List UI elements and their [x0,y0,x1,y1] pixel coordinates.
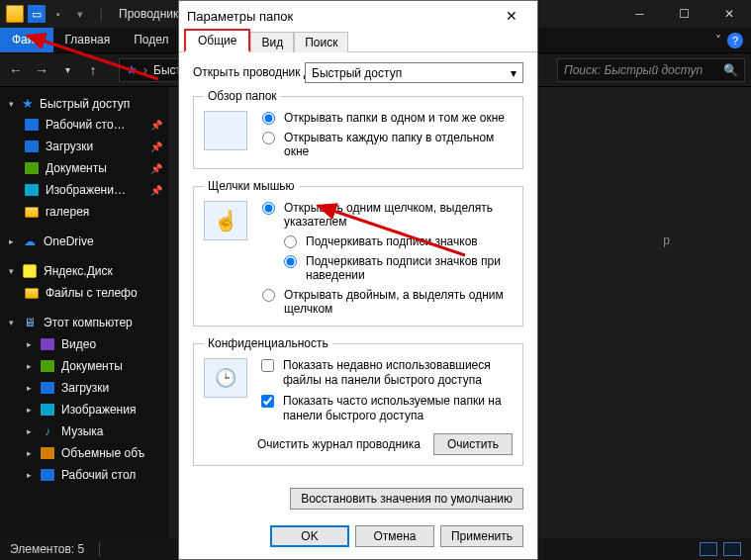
qat-newfolder-icon[interactable]: ▪ [49,5,67,23]
sidebar-item-quickaccess[interactable]: ▾★Быстрый доступ [0,93,168,114]
ribbon-tab-share[interactable]: Подел [122,28,180,52]
pin-icon: 📌 [150,185,162,196]
nav-up-button[interactable]: ↑ [83,60,103,80]
radio-same-window[interactable]: Открывать папки в одном и том же окне [257,111,513,125]
sidebar-item-label: Загрузки [46,140,93,153]
cloud-icon: ☁ [22,233,38,249]
sidebar-item-label: Документы [46,161,107,175]
browse-group: Обзор папок Открывать папки в одном и то… [193,89,523,169]
sidebar-item-pictures[interactable]: Изображени…📌 [0,179,168,201]
sidebar-item-label: Этот компьютер [44,316,133,329]
sidebar-item-music[interactable]: ▸♪Музыка [0,420,168,442]
open-in-label: Открыть проводник для: [193,66,297,80]
sidebar-item-label: Видео [61,337,96,351]
nav-back-button[interactable]: ← [6,60,26,80]
sidebar-item-label: Изображени… [46,183,126,197]
radio-double-click[interactable]: Открывать двойным, а выделять одним щелч… [257,288,513,316]
status-item-count: Элементов: 5 [10,542,84,556]
cancel-button[interactable]: Отмена [355,525,434,547]
click-legend: Щелчки мышью [204,179,299,193]
nav-recent-dropdown[interactable]: ▾ [57,60,77,80]
ribbon-tab-home[interactable]: Главная [53,28,123,52]
radio-underline-always[interactable]: Подчеркивать подписи значков [279,234,513,248]
sidebar-item-label: Быстрый доступ [40,97,130,111]
view-details-icon[interactable] [700,542,717,556]
browse-legend: Обзор папок [204,89,281,103]
radio-underline-hover[interactable]: Подчеркивать подписи значков при наведен… [279,254,513,282]
sidebar-item-label: Изображения [61,403,136,417]
sidebar-item-downloads[interactable]: Загрузки📌 [0,136,168,157]
qat-properties-icon[interactable]: ▭ [28,5,46,23]
ribbon-collapse-icon[interactable]: ˅ [715,34,721,47]
pin-icon: 📌 [150,163,162,174]
sidebar-item-label: Рабочий сто… [46,118,126,132]
sidebar-item-gallery[interactable]: галерея [0,201,168,223]
maximize-button[interactable]: ☐ [662,0,706,28]
sidebar: ▾★Быстрый доступ Рабочий сто…📌 Загрузки📌… [0,87,168,538]
folder-options-dialog: Параметры папок ✕ Общие Вид Поиск Открыт… [178,0,538,560]
sidebar-item-label: Файлы с телефо [46,286,138,300]
tab-general[interactable]: Общие [184,29,250,52]
sidebar-item-videos[interactable]: ▸Видео [0,333,168,355]
chevron-down-icon: ▾ [511,66,516,80]
sidebar-item-label: Музыка [61,424,103,438]
apply-button[interactable]: Применить [440,525,523,547]
sidebar-item-pictures2[interactable]: ▸Изображения [0,399,168,420]
check-recent-files[interactable]: Показать недавно использовавшиеся файлы … [257,358,513,388]
sidebar-item-yadisk-files[interactable]: Файлы с телефо [0,282,168,304]
tab-view[interactable]: Вид [250,32,294,52]
sidebar-item-yadisk[interactable]: ▾Яндекс.Диск [0,260,168,282]
dialog-titlebar: Параметры папок ✕ [179,1,537,31]
search-icon[interactable]: 🔍 [723,63,738,77]
window-title: Проводник [119,7,178,21]
privacy-icon: 🕒 [204,358,247,398]
sidebar-item-volumes[interactable]: ▸Объемные объ [0,442,168,464]
sidebar-item-thispc[interactable]: ▾🖥Этот компьютер [0,312,168,333]
close-button[interactable]: ✕ [706,0,751,28]
music-icon: ♪ [40,423,55,439]
privacy-legend: Конфиденциальность [204,336,332,350]
sidebar-item-downloads2[interactable]: ▸Загрузки [0,377,168,399]
search-placeholder: Поиск: Быстрый доступ [564,63,703,77]
open-in-combo[interactable]: Быстрый доступ ▾ [305,62,523,83]
qat-dropdown-icon[interactable]: ▾ [71,5,89,23]
clear-button[interactable]: Очистить [433,433,513,455]
check-frequent-folders[interactable]: Показать часто используемые папки на пан… [257,394,513,423]
radio-single-click[interactable]: Открывать одним щелчком, выделять указат… [257,201,513,229]
radio-label: Открывать одним щелчком, выделять указат… [284,201,513,229]
sidebar-item-label: галерея [46,205,89,219]
minimize-button[interactable]: ─ [617,0,662,28]
browse-icon [204,111,247,150]
tab-search[interactable]: Поиск [294,32,348,52]
sidebar-item-documents2[interactable]: ▸Документы [0,355,168,377]
sidebar-item-desktop2[interactable]: ▸Рабочий стол [0,464,168,486]
radio-label: Подчеркивать подписи значков при наведен… [306,254,513,282]
stray-column-label: р [663,233,670,247]
help-icon[interactable]: ? [727,33,743,48]
explorer-icon [6,5,24,23]
sidebar-item-desktop[interactable]: Рабочий сто…📌 [0,114,168,136]
check-label: Показать часто используемые папки на пан… [283,394,513,423]
sidebar-item-label: Загрузки [61,381,109,395]
search-input[interactable]: Поиск: Быстрый доступ 🔍 [557,58,745,82]
restore-defaults-button[interactable]: Восстановить значения по умолчанию [290,488,523,510]
radio-new-window[interactable]: Открывать каждую папку в отдельном окне [257,131,513,158]
pin-icon: 📌 [150,141,162,152]
ribbon-tab-file[interactable]: Файл [0,28,53,52]
sidebar-item-onedrive[interactable]: ▸☁OneDrive [0,231,168,252]
sidebar-item-label: Рабочий стол [61,468,136,482]
dialog-close-button[interactable]: ✕ [494,2,529,30]
radio-label: Открывать папки в одном и том же окне [284,111,505,125]
titlebar-sep: │ [93,5,111,23]
open-in-value: Быстрый доступ [312,66,402,80]
sidebar-item-label: Яндекс.Диск [44,264,113,278]
star-icon: ★ [22,96,34,111]
radio-label: Подчеркивать подписи значков [306,234,478,248]
quickaccess-star-icon: ★ [126,62,138,77]
ok-button[interactable]: OK [270,525,349,547]
nav-forward-button[interactable]: → [32,60,51,80]
view-large-icon[interactable] [723,542,741,556]
radio-label: Открывать каждую папку в отдельном окне [284,131,513,158]
radio-label: Открывать двойным, а выделять одним щелч… [284,288,513,316]
sidebar-item-documents[interactable]: Документы📌 [0,157,168,179]
